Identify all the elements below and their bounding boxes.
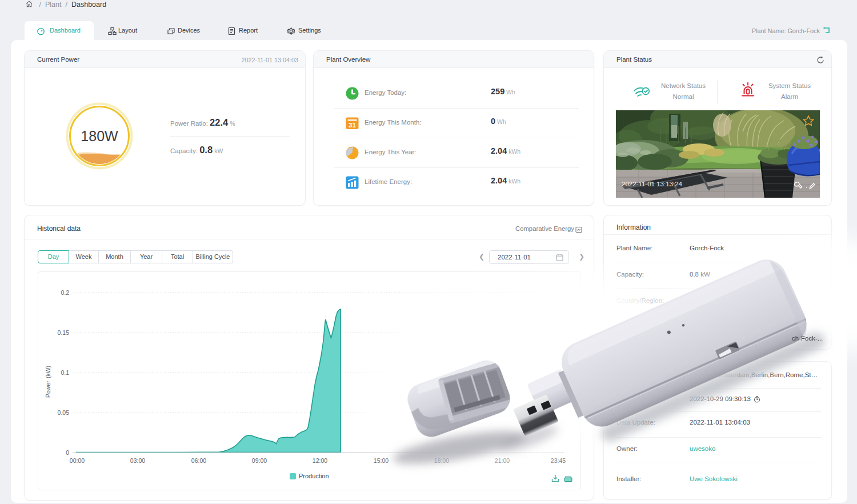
svg-text:06:00: 06:00 — [191, 457, 206, 464]
svg-text:2022-11-01 13:13:24: 2022-11-01 13:13:24 — [622, 181, 683, 187]
svg-text:0.05: 0.05 — [58, 409, 70, 416]
svg-text:0.1: 0.1 — [61, 369, 69, 376]
svg-text:Power (kW): Power (kW) — [45, 366, 51, 398]
svg-text:12:00: 12:00 — [313, 457, 327, 464]
svg-text:03:00: 03:00 — [130, 457, 145, 464]
svg-text:0.15: 0.15 — [58, 329, 70, 336]
svg-text:31: 31 — [349, 122, 356, 129]
svg-text:0.2: 0.2 — [61, 289, 69, 296]
svg-text:0: 0 — [66, 449, 69, 456]
svg-text:09:00: 09:00 — [252, 457, 267, 464]
svg-text:00:00: 00:00 — [70, 457, 85, 464]
svg-text:Production: Production — [299, 473, 329, 479]
svg-text:180W: 180W — [81, 128, 118, 144]
